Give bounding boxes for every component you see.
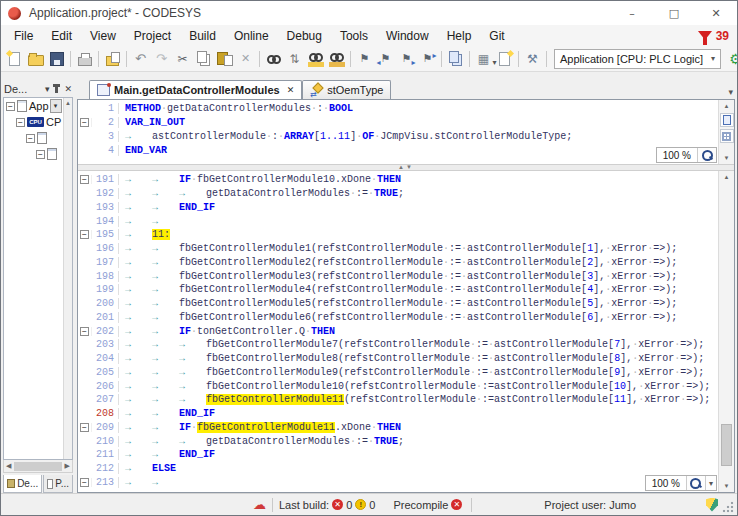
close-button[interactable]: ✕ <box>695 1 737 25</box>
open-button[interactable] <box>25 48 46 69</box>
chevron-down-icon[interactable]: ▾ <box>705 476 716 490</box>
save-button[interactable] <box>46 48 67 69</box>
panel-close-icon[interactable]: ✕ <box>64 84 72 94</box>
code-line[interactable]: 207→→→fbGetControllerModule11(refstContr… <box>78 393 718 407</box>
code-line[interactable]: −202→→IF·tonGetController.Q·THEN <box>78 324 718 338</box>
scroll-right-icon[interactable]: ▶ <box>63 462 72 470</box>
fold-toggle[interactable]: − <box>6 102 15 111</box>
library-dropdown-button[interactable]: ▦ <box>473 48 494 69</box>
implementation-zoom-control[interactable]: 100 % ▾ <box>645 475 717 491</box>
filter-icon[interactable] <box>698 31 712 40</box>
build-button[interactable]: ⚒ <box>522 48 543 69</box>
redo-button[interactable]: ↷ <box>151 48 172 69</box>
maximize-button[interactable]: □ <box>653 1 695 25</box>
menu-help[interactable]: Help <box>438 27 481 45</box>
close-icon[interactable]: ✕ <box>287 85 295 95</box>
bookmark-next-button[interactable]: ⚑ <box>396 48 417 69</box>
find-in-project-button[interactable] <box>305 48 326 69</box>
cut-button[interactable]: ✂ <box>172 48 193 69</box>
declaration-zoom-control[interactable]: 100 % <box>656 147 717 163</box>
code-line[interactable]: 192→→→getDataControllerModules·:=·TRUE; <box>78 187 718 201</box>
fold-toggle[interactable]: − <box>80 175 89 184</box>
magnifier-icon[interactable] <box>698 148 716 162</box>
paste-special-button[interactable] <box>102 48 123 69</box>
menu-project[interactable]: Project <box>125 27 180 45</box>
tree-item-cp[interactable]: −CPUCP <box>4 114 72 130</box>
compare-objects-button[interactable] <box>445 48 466 69</box>
hscroll-thumb[interactable] <box>14 462 61 471</box>
scroll-left-icon[interactable]: ◀ <box>4 462 13 470</box>
panel-tab-devices[interactable]: De... <box>3 475 42 493</box>
devices-tree-hscrollbar[interactable]: ◀ ▶ <box>3 460 73 473</box>
fold-toggle[interactable]: − <box>80 327 89 336</box>
code-line[interactable]: 210→→→getDataControllerModules·:=·TRUE; <box>78 434 718 448</box>
delete-button[interactable]: ✕ <box>235 48 256 69</box>
menu-edit[interactable]: Edit <box>42 27 81 45</box>
menu-build[interactable]: Build <box>180 27 225 45</box>
menu-tools[interactable]: Tools <box>331 27 377 45</box>
fold-toggle[interactable]: − <box>80 230 89 239</box>
code-line[interactable]: 1METHOD·getDataControllerModules·:·BOOL <box>78 102 718 116</box>
scroll-down-icon[interactable]: ▼ <box>719 480 734 492</box>
code-line[interactable]: 201→→fbGetControllerModule6(refstControl… <box>78 311 718 325</box>
bookmark-prev-button[interactable]: ⚑ <box>375 48 396 69</box>
code-line[interactable]: 206→→→fbGetControllerModule10(refstContr… <box>78 379 718 393</box>
fold-toggle[interactable]: − <box>36 150 45 159</box>
code-line[interactable]: 204→→→fbGetControllerModule8(refstContro… <box>78 352 718 366</box>
implementation-scrollbar[interactable]: ▲ ▼ <box>718 171 734 492</box>
devices-tree-vscrollbar[interactable]: ▲ <box>63 98 72 459</box>
editor-list-dropdown-icon[interactable]: ▾ <box>728 87 733 97</box>
pin-icon[interactable] <box>55 85 58 93</box>
undo-button[interactable]: ↶ <box>130 48 151 69</box>
menu-window[interactable]: Window <box>377 27 438 45</box>
tabular-view-button[interactable] <box>720 129 734 143</box>
code-line[interactable]: 193→→END_IF <box>78 201 718 215</box>
fold-toggle[interactable]: − <box>80 423 89 432</box>
code-line[interactable]: 199→→fbGetControllerModule4(refstControl… <box>78 283 718 297</box>
login-button[interactable]: ⚙ <box>725 48 738 69</box>
menu-debug[interactable]: Debug <box>278 27 331 45</box>
code-line[interactable]: 3→astControllerModule·:·ARRAY[1..11]·OF·… <box>78 130 718 144</box>
fold-toggle[interactable]: − <box>80 478 89 487</box>
panel-tab-pous[interactable]: P... <box>43 475 73 493</box>
tab-main-getdatacontrollermodules[interactable]: Main.getDataControllerModules✕ <box>89 80 302 99</box>
code-line[interactable]: −2VAR_IN_OUT <box>78 116 718 130</box>
declaration-scrollbar[interactable]: ▲ ▼ <box>718 100 734 164</box>
resize-grip[interactable] <box>722 500 735 513</box>
active-application-selector[interactable]: Application [CPU: PLC Logic] ▾ <box>554 49 721 69</box>
code-line[interactable]: −195→11: <box>78 228 718 242</box>
menu-view[interactable]: View <box>81 27 125 45</box>
panel-menu-dropdown-icon[interactable]: ▾ <box>45 84 50 94</box>
scroll-thumb[interactable] <box>721 424 732 466</box>
incremental-search-button[interactable]: ⇅ <box>284 48 305 69</box>
scroll-track[interactable] <box>719 183 734 480</box>
scroll-up-icon[interactable]: ▲ <box>64 98 72 108</box>
fold-toggle[interactable]: − <box>80 118 89 127</box>
magnifier-icon[interactable] <box>687 476 705 490</box>
scroll-track[interactable] <box>719 144 734 152</box>
code-line[interactable]: 197→→fbGetControllerModule2(refstControl… <box>78 256 718 270</box>
new-file-button[interactable] <box>4 48 25 69</box>
code-line[interactable]: 4END_VAR <box>78 143 718 157</box>
code-line[interactable]: 205→→→fbGetControllerModule9(refstContro… <box>78 366 718 380</box>
copy-button[interactable] <box>193 48 214 69</box>
fold-toggle[interactable]: − <box>16 118 25 127</box>
new-object-button[interactable] <box>494 48 515 69</box>
code-line[interactable]: 196→→fbGetControllerModule1(refstControl… <box>78 242 718 256</box>
chevron-down-icon[interactable]: ▾ <box>50 99 62 113</box>
code-line[interactable]: −213→→ <box>78 476 718 490</box>
scroll-up-icon[interactable]: ▲ <box>719 171 734 183</box>
scroll-down-icon[interactable]: ▼ <box>719 152 734 164</box>
find-button[interactable] <box>263 48 284 69</box>
declaration-editor[interactable]: 1METHOD·getDataControllerModules·:·BOOL−… <box>78 100 734 164</box>
code-line[interactable]: 194→→ <box>78 214 718 228</box>
code-line[interactable]: 198→→fbGetControllerModule3(refstControl… <box>78 269 718 283</box>
bookmark-toggle-button[interactable]: ⚑ <box>354 48 375 69</box>
menu-git[interactable]: Git <box>480 27 513 45</box>
code-line[interactable]: 212→ELSE <box>78 462 718 476</box>
print-button[interactable] <box>74 48 95 69</box>
code-line[interactable]: −209→→IF·fbGetControllerModule11.xDone·T… <box>78 421 718 435</box>
textual-view-button[interactable] <box>720 113 734 127</box>
minimize-button[interactable]: – <box>611 1 653 25</box>
scroll-up-icon[interactable]: ▲ <box>719 100 734 112</box>
